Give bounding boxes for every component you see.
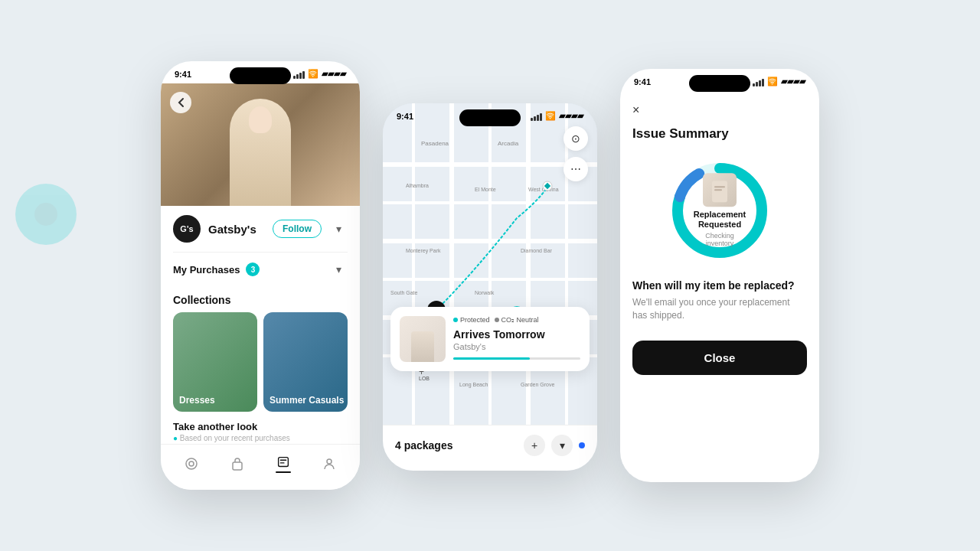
- battery-icon-1: ▰▰▰▰: [322, 69, 346, 79]
- signal-bars-3: [753, 77, 764, 86]
- signal-bars-1: [293, 70, 305, 79]
- svg-text:Diamond Bar: Diamond Bar: [521, 248, 553, 253]
- donut-container: ReplacementRequested Checking inventory: [632, 157, 807, 264]
- purchases-badge: 3: [246, 262, 260, 276]
- package-tags: Protected CO₂ Neutral: [453, 316, 580, 324]
- collection-label-summer: Summer Casuals: [270, 395, 344, 406]
- back-button[interactable]: [170, 92, 191, 113]
- svg-text:Norwalk: Norwalk: [475, 290, 495, 295]
- package-progress: [453, 357, 580, 360]
- svg-text:LOB: LOB: [419, 376, 430, 381]
- profile-row: G's Gatsby's Follow ▾: [173, 215, 348, 243]
- svg-rect-3: [279, 457, 289, 466]
- packages-count: 4 packages: [395, 439, 453, 452]
- map-menu-btn[interactable]: ⋯: [564, 157, 588, 181]
- phone-1: 9:41 🛜 ▰▰▰▰: [161, 61, 360, 490]
- battery-icon-2: ▰▰▰▰: [559, 111, 583, 121]
- issue-content: × Issue Summary: [620, 91, 819, 482]
- svg-point-4: [327, 459, 332, 464]
- package-card: Protected CO₂ Neutral Arrives Tomorrow G…: [390, 307, 590, 371]
- donut-center: ReplacementRequested Checking inventory: [693, 173, 746, 247]
- nav-purchases[interactable]: [274, 455, 292, 473]
- svg-text:Alhambra: Alhambra: [406, 183, 429, 188]
- collections-title: Collections: [173, 294, 348, 306]
- battery-icon-3: ▰▰▰▰: [781, 77, 805, 86]
- collections-row: Dresses Summer Casuals: [173, 312, 348, 412]
- donut-sub: Checking inventory: [693, 233, 746, 248]
- status-icons-3: 🛜 ▰▰▰▰: [753, 77, 805, 86]
- svg-point-0: [186, 458, 197, 469]
- phone-3: 9:41 🛜 ▰▰▰▰ × Issue Summary: [620, 69, 819, 482]
- notification-dot: [579, 442, 585, 448]
- svg-text:Long Beach: Long Beach: [459, 382, 488, 388]
- wifi-icon-1: 🛜: [308, 69, 318, 79]
- svg-point-1: [189, 461, 194, 466]
- issue-title: Issue Summary: [632, 126, 807, 142]
- add-package-btn[interactable]: +: [524, 435, 545, 456]
- donut-label: ReplacementRequested: [693, 210, 746, 230]
- product-thumbnail: [703, 173, 737, 207]
- tag-protected: Protected: [453, 316, 490, 324]
- package-progress-fill: [453, 357, 530, 360]
- close-x-button[interactable]: ×: [632, 103, 639, 117]
- map-overlay-top: ⊙ ⋯: [564, 126, 588, 181]
- dynamic-island-1: [230, 67, 291, 84]
- profile-chevron[interactable]: ▾: [329, 220, 348, 238]
- package-card-inner: Protected CO₂ Neutral Arrives Tomorrow G…: [400, 316, 580, 362]
- hero-figure: [230, 99, 291, 206]
- wifi-icon-3: 🛜: [767, 77, 778, 86]
- bottom-nav-1: [161, 444, 360, 490]
- nav-shop[interactable]: [228, 455, 247, 473]
- time-1: 9:41: [175, 70, 191, 79]
- status-icons-1: 🛜 ▰▰▰▰: [293, 69, 346, 79]
- svg-rect-42: [714, 189, 722, 191]
- time-2: 9:41: [397, 112, 413, 121]
- package-store: Gatsby's: [453, 342, 580, 351]
- package-thumb-item: [411, 331, 434, 362]
- wifi-icon-2: 🛜: [545, 111, 556, 121]
- profile-section: G's Gatsby's Follow ▾ My Purchases 3 ▾ C…: [161, 206, 360, 448]
- svg-text:Garden Grove: Garden Grove: [521, 382, 554, 387]
- packages-bar: 4 packages + ▾: [383, 425, 597, 471]
- package-title: Arrives Tomorrow: [453, 328, 580, 341]
- close-action-button[interactable]: Close: [632, 341, 807, 375]
- issue-answer: We'll email you once your replacement ha…: [632, 296, 807, 322]
- svg-text:Arcadia: Arcadia: [498, 140, 519, 147]
- follow-button[interactable]: Follow: [273, 220, 322, 238]
- purchases-row[interactable]: My Purchases 3 ▾: [173, 252, 348, 286]
- phone-2: 9:41 🛜 ▰▰▰▰: [383, 103, 597, 471]
- dynamic-island-3: [689, 75, 750, 92]
- avatar: G's: [173, 215, 201, 243]
- collection-card-dresses[interactable]: Dresses: [173, 312, 257, 412]
- signal-bars-2: [531, 112, 542, 121]
- purchases-label: My Purchases 3: [173, 262, 260, 276]
- take-look-title: Take another look: [173, 421, 348, 432]
- expand-btn[interactable]: ▾: [551, 435, 573, 456]
- svg-text:South Gate: South Gate: [390, 290, 418, 295]
- time-3: 9:41: [634, 77, 651, 86]
- status-bar-2: 9:41 🛜 ▰▰▰▰: [383, 103, 597, 126]
- map-area: Pasadena Arcadia Alhambra El Monte West …: [383, 103, 597, 425]
- issue-question: When will my item be replaced?: [632, 279, 807, 292]
- purchases-chevron[interactable]: ▾: [329, 260, 348, 279]
- svg-rect-41: [714, 186, 725, 187]
- svg-rect-40: [712, 181, 727, 202]
- donut-wrap: ReplacementRequested Checking inventory: [666, 157, 773, 264]
- tag-co2: CO₂ Neutral: [495, 316, 539, 324]
- packages-actions: + ▾: [524, 435, 585, 456]
- nav-explore[interactable]: [182, 455, 201, 473]
- store-name: Gatsby's: [208, 223, 265, 236]
- svg-text:El Monte: El Monte: [475, 187, 496, 192]
- package-info: Protected CO₂ Neutral Arrives Tomorrow G…: [453, 316, 580, 360]
- take-look-sub: ● Based on your recent purchases: [173, 434, 348, 442]
- package-thumbnail: [400, 316, 446, 362]
- collection-card-summer[interactable]: Summer Casuals: [263, 312, 348, 412]
- svg-text:Monterey Park: Monterey Park: [406, 248, 441, 254]
- status-icons-2: 🛜 ▰▰▰▰: [531, 111, 583, 121]
- bg-decoration-1: [15, 184, 77, 245]
- svg-text:Pasadena: Pasadena: [421, 140, 449, 147]
- phones-container: 9:41 🛜 ▰▰▰▰: [161, 61, 819, 490]
- nav-profile[interactable]: [320, 455, 338, 473]
- svg-rect-2: [233, 462, 242, 470]
- map-location-btn[interactable]: ⊙: [564, 126, 588, 151]
